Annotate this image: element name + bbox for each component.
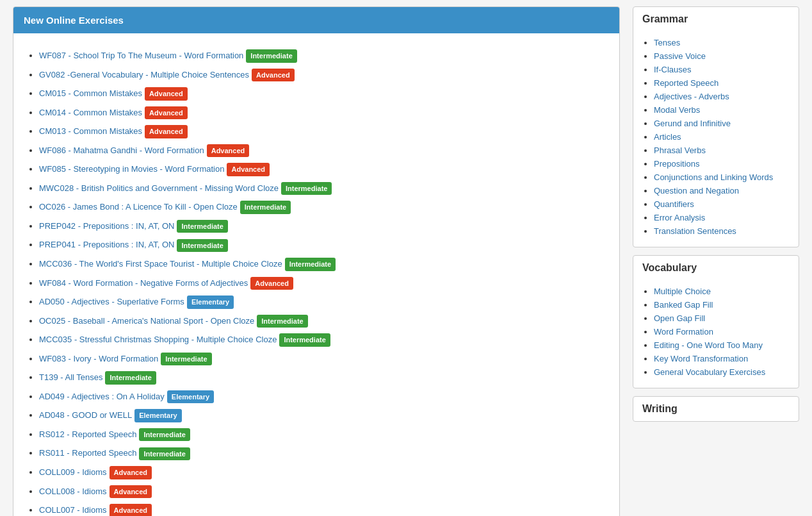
level-badge: Intermediate — [161, 353, 211, 366]
vocabulary-link[interactable]: Word Formation — [654, 327, 713, 337]
list-item: CM015 - Common MistakesAdvanced — [39, 87, 606, 101]
vocabulary-link[interactable]: Key Word Transformation — [654, 354, 748, 363]
exercise-link[interactable]: COLL007 - Idioms — [39, 505, 107, 515]
exercise-link[interactable]: COLL009 - Idioms — [39, 467, 107, 477]
exercise-link[interactable]: PREP042 - Prepositions : IN, AT, ON — [39, 221, 174, 231]
list-item: Tenses — [654, 37, 790, 47]
exercise-link[interactable]: OC026 - James Bond : A Licence To Kill -… — [39, 202, 238, 212]
list-item: RS012 - Reported SpeechIntermediate — [39, 428, 606, 442]
grammar-link[interactable]: Reported Speech — [654, 78, 719, 88]
exercise-link[interactable]: WF086 - Mahatma Gandhi - Word Formation — [39, 146, 204, 155]
grammar-link[interactable]: If-Clauses — [654, 65, 692, 74]
exercise-link[interactable]: WF087 - School Trip To The Museum - Word… — [39, 51, 243, 60]
exercise-link[interactable]: COLL008 - Idioms — [39, 487, 107, 496]
vocabulary-body: Multiple ChoiceBanked Gap FillOpen Gap F… — [633, 280, 799, 388]
grammar-link[interactable]: Passive Voice — [654, 51, 706, 61]
grammar-link[interactable]: Tenses — [654, 38, 680, 47]
list-item: Prepositions — [654, 158, 790, 169]
level-badge: Intermediate — [177, 239, 227, 253]
vocabulary-link[interactable]: Open Gap Fill — [654, 313, 705, 323]
list-item: Conjunctions and Linking Words — [654, 172, 790, 182]
list-item: Error Analysis — [654, 212, 790, 222]
exercise-link[interactable]: PREP041 - Prepositions : IN, AT, ON — [39, 240, 174, 249]
list-item: WF084 - Word Formation - Negative Forms … — [39, 276, 606, 290]
level-badge: Advanced — [110, 485, 152, 499]
level-badge: Intermediate — [281, 182, 332, 196]
level-badge: Advanced — [110, 466, 152, 479]
grammar-header: Grammar — [633, 7, 799, 31]
grammar-link[interactable]: Quantifiers — [654, 199, 694, 209]
writing-header: Writing — [633, 397, 799, 421]
grammar-link[interactable]: Error Analysis — [654, 213, 705, 222]
list-item: COLL007 - IdiomsAdvanced — [39, 503, 606, 516]
list-item: WF085 - Stereotyping in Movies - Word Fo… — [39, 162, 606, 176]
list-item: MCC036 - The World's First Space Tourist… — [39, 257, 606, 271]
grammar-link[interactable]: Conjunctions and Linking Words — [654, 172, 773, 182]
list-item: PREP042 - Prepositions : IN, AT, ONInter… — [39, 219, 606, 233]
level-badge: Advanced — [227, 163, 270, 176]
level-badge: Intermediate — [246, 49, 296, 63]
exercise-link[interactable]: AD050 - Adjectives - Superlative Forms — [39, 297, 184, 306]
vocabulary-link[interactable]: General Vocabulary Exercises — [654, 367, 765, 377]
exercise-link[interactable]: MCC035 - Stressful Christmas Shopping - … — [39, 335, 277, 344]
list-item: Reported Speech — [654, 78, 790, 88]
list-item: Word Formation — [654, 326, 790, 337]
grammar-body: TensesPassive VoiceIf-ClausesReported Sp… — [633, 31, 799, 247]
level-badge: Advanced — [145, 87, 188, 101]
grammar-link[interactable]: Modal Verbs — [654, 105, 700, 115]
grammar-title: Grammar — [642, 13, 688, 24]
vocabulary-link[interactable]: Banked Gap Fill — [654, 300, 713, 310]
grammar-link[interactable]: Adjectives - Adverbs — [654, 92, 729, 101]
exercise-link[interactable]: MCC036 - The World's First Space Tourist… — [39, 259, 282, 269]
level-badge: Intermediate — [240, 201, 291, 214]
exercise-link[interactable]: RS012 - Reported Speech — [39, 429, 136, 439]
list-item: Adjectives - Adverbs — [654, 91, 790, 101]
exercise-link[interactable]: WF084 - Word Formation - Negative Forms … — [39, 278, 248, 288]
exercise-link[interactable]: RS011 - Reported Speech — [39, 448, 136, 458]
exercise-link[interactable]: T139 - All Tenses — [39, 372, 102, 382]
exercise-link[interactable]: MWC028 - British Politics and Government… — [39, 183, 279, 193]
list-item: General Vocabulary Exercises — [654, 367, 790, 377]
list-item: COLL008 - IdiomsAdvanced — [39, 485, 606, 499]
list-item: Banked Gap Fill — [654, 299, 790, 310]
level-badge: Advanced — [207, 144, 250, 158]
list-item: OC026 - James Bond : A Licence To Kill -… — [39, 200, 606, 214]
grammar-link[interactable]: Phrasal Verbs — [654, 146, 706, 155]
exercise-link[interactable]: WF085 - Stereotyping in Movies - Word Fo… — [39, 164, 224, 174]
grammar-link[interactable]: Gerund and Infinitive — [654, 119, 731, 128]
level-badge: Advanced — [145, 106, 188, 120]
vocabulary-header: Vocabulary — [633, 256, 799, 280]
level-badge: Elementary — [167, 390, 214, 404]
list-item: Gerund and Infinitive — [654, 118, 790, 128]
level-badge: Advanced — [110, 504, 152, 516]
list-item: If-Clauses — [654, 64, 790, 74]
list-item: Editing - One Word Too Many — [654, 340, 790, 350]
exercise-link[interactable]: CM013 - Common Mistakes — [39, 126, 142, 136]
level-badge: Elementary — [187, 295, 234, 309]
exercise-link[interactable]: CM014 - Common Mistakes — [39, 108, 142, 117]
exercise-link[interactable]: AD048 - GOOD or WELL — [39, 410, 132, 420]
level-badge: Advanced — [145, 125, 188, 138]
exercise-link[interactable]: WF083 - Ivory - Word Formation — [39, 354, 158, 363]
level-badge: Intermediate — [105, 371, 156, 385]
exercises-title: New Online Exercises — [24, 15, 124, 26]
grammar-link[interactable]: Question and Negation — [654, 186, 739, 196]
exercise-link[interactable]: OC025 - Baseball - America's National Sp… — [39, 316, 254, 326]
level-badge: Intermediate — [279, 333, 330, 347]
vocabulary-list: Multiple ChoiceBanked Gap FillOpen Gap F… — [642, 286, 790, 377]
list-item: WF087 - School Trip To The Museum - Word… — [39, 49, 606, 63]
list-item: Articles — [654, 131, 790, 142]
grammar-link[interactable]: Translation Sentences — [654, 226, 736, 236]
exercise-link[interactable]: AD049 - Adjectives : On A Holiday — [39, 392, 165, 401]
exercise-link[interactable]: CM015 - Common Mistakes — [39, 88, 142, 98]
list-item: MWC028 - British Politics and Government… — [39, 181, 606, 196]
level-badge: Intermediate — [139, 428, 190, 442]
writing-panel: Writing — [633, 396, 799, 422]
exercise-link[interactable]: GV082 -General Vocabulary - Multiple Cho… — [39, 70, 249, 79]
vocabulary-link[interactable]: Multiple Choice — [654, 287, 711, 296]
vocabulary-title: Vocabulary — [642, 262, 697, 273]
grammar-link[interactable]: Prepositions — [654, 159, 700, 169]
vocabulary-link[interactable]: Editing - One Word Too Many — [654, 340, 763, 350]
grammar-link[interactable]: Articles — [654, 132, 681, 142]
list-item: GV082 -General Vocabulary - Multiple Cho… — [39, 68, 606, 82]
